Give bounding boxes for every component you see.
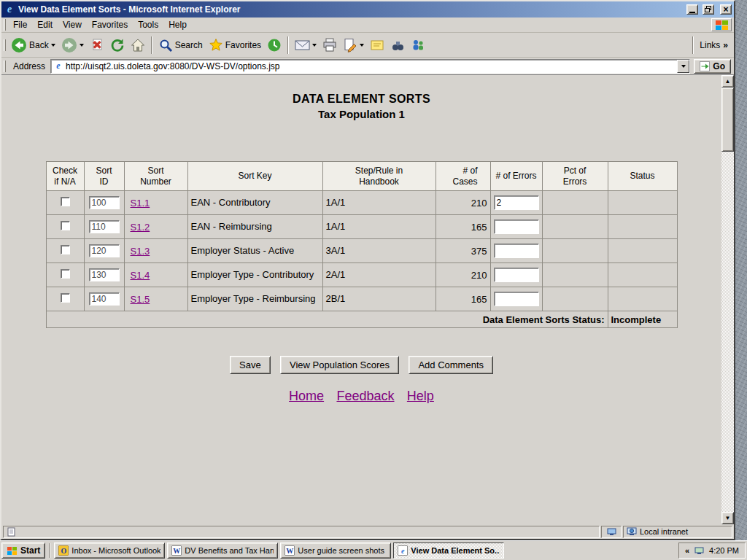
vertical-scrollbar[interactable]: ▲ ▼	[721, 75, 734, 524]
sort-id-input[interactable]	[89, 268, 120, 281]
menu-favorites[interactable]: Favorites	[87, 18, 133, 31]
sort-number-link[interactable]: S1.1	[131, 198, 150, 209]
page-subtitle: Tax Population 1	[1, 108, 721, 120]
discuss-button[interactable]	[367, 34, 387, 56]
menu-edit[interactable]: Edit	[32, 18, 58, 31]
status-cell	[608, 263, 677, 287]
home-link[interactable]: Home	[289, 389, 324, 403]
toolbar-separator	[287, 36, 289, 54]
status-bar: Local intranet	[1, 524, 734, 539]
address-input-wrap: e	[50, 59, 690, 74]
restore-button[interactable]	[703, 4, 714, 15]
close-icon: ×	[723, 6, 728, 13]
restore-icon	[705, 6, 712, 13]
menu-file[interactable]: File	[8, 18, 32, 31]
favorites-button[interactable]: Favorites	[206, 34, 264, 56]
start-button[interactable]: Start	[1, 542, 45, 559]
na-checkbox[interactable]	[61, 293, 70, 303]
step-rule-cell: 1A/1	[322, 191, 436, 215]
mail-button[interactable]	[292, 34, 320, 56]
table-row: S1.2 EAN - Reimbursing 1A/1 165	[46, 215, 677, 239]
pct-errors-cell	[542, 215, 608, 239]
col-header-pct-errors: Pct of Errors	[542, 162, 608, 191]
history-button[interactable]	[264, 34, 285, 56]
footer-links: Home Feedback Help	[1, 389, 721, 404]
search-button[interactable]: Search	[155, 34, 206, 56]
minimize-button[interactable]	[686, 4, 698, 15]
scroll-up-button[interactable]: ▲	[721, 75, 734, 88]
na-checkbox[interactable]	[61, 197, 70, 206]
windows-brand-logo	[711, 18, 732, 31]
back-button[interactable]: Back	[8, 34, 58, 56]
cases-cell: 165	[436, 287, 490, 311]
addressbar-grip[interactable]	[4, 61, 6, 72]
go-button[interactable]: Go	[694, 59, 731, 74]
address-input[interactable]	[66, 61, 677, 71]
na-checkbox[interactable]	[61, 245, 70, 254]
sorts-status-label: Data Element Sorts Status:	[46, 311, 608, 328]
na-checkbox[interactable]	[61, 269, 70, 279]
forward-dropdown-icon	[80, 44, 84, 49]
close-button[interactable]: ×	[720, 4, 732, 15]
task-word-dv-benefits[interactable]: W DV Benefits and Tax Han...	[167, 542, 278, 559]
edit-button[interactable]	[340, 34, 367, 56]
pct-errors-cell	[542, 287, 608, 311]
forward-icon	[61, 37, 77, 53]
search-icon	[158, 38, 173, 52]
menu-help[interactable]: Help	[163, 18, 192, 31]
sort-id-input[interactable]	[89, 196, 120, 209]
sort-id-input[interactable]	[89, 244, 120, 257]
menubar-grip[interactable]	[4, 19, 6, 31]
scrollbar-thumb[interactable]	[721, 88, 734, 152]
address-dropdown-button[interactable]	[677, 60, 689, 73]
feedback-link[interactable]: Feedback	[336, 389, 394, 403]
sort-number-link[interactable]: S1.4	[131, 270, 150, 281]
scroll-down-button[interactable]: ▼	[721, 512, 734, 524]
forward-button[interactable]	[58, 34, 87, 56]
tray-chevron-button[interactable]: «	[685, 546, 689, 555]
taskbar: Start O Inbox - Microsoft Outlook W DV B…	[0, 540, 747, 560]
menu-tools[interactable]: Tools	[133, 18, 163, 31]
menu-view[interactable]: View	[58, 18, 87, 31]
na-checkbox[interactable]	[61, 221, 70, 230]
research-button[interactable]	[387, 34, 408, 56]
save-button[interactable]: Save	[230, 356, 271, 374]
sort-key-cell: EAN - Contributory	[187, 191, 322, 215]
sort-number-link[interactable]: S1.3	[131, 246, 150, 257]
errors-input[interactable]	[494, 195, 539, 210]
help-link[interactable]: Help	[407, 389, 434, 403]
view-population-scores-button[interactable]: View Population Scores	[280, 356, 399, 374]
sort-number-link[interactable]: S1.2	[131, 222, 150, 233]
errors-input[interactable]	[494, 292, 539, 306]
messenger-button[interactable]	[408, 34, 428, 56]
sort-id-input[interactable]	[89, 292, 120, 306]
menu-bar: File Edit View Favorites Tools Help	[1, 18, 734, 33]
task-outlook[interactable]: O Inbox - Microsoft Outlook	[54, 542, 165, 559]
sorts-table: Check if N/A Sort ID Sort Number Sort Ke…	[46, 161, 678, 328]
step-rule-cell: 2B/1	[322, 287, 436, 311]
refresh-button[interactable]	[107, 34, 128, 56]
toolbar-grip[interactable]	[4, 39, 6, 51]
col-header-sort-key: Sort Key	[187, 162, 322, 191]
errors-input[interactable]	[494, 219, 539, 234]
print-button[interactable]	[320, 34, 340, 56]
status-cell	[608, 191, 677, 215]
sort-id-input[interactable]	[89, 220, 120, 233]
research-icon	[390, 38, 405, 52]
home-button[interactable]	[128, 34, 148, 56]
back-icon	[11, 37, 27, 53]
add-comments-button[interactable]: Add Comments	[409, 356, 493, 374]
mail-dropdown-icon	[312, 44, 317, 49]
task-word-user-guide[interactable]: W User guide screen shots ...	[280, 542, 391, 559]
page-favicon: e	[53, 61, 63, 71]
windows-flag-icon	[7, 546, 18, 556]
errors-input[interactable]	[494, 244, 539, 258]
links-bar[interactable]: Links »	[689, 36, 732, 54]
sort-number-link[interactable]: S1.5	[131, 294, 150, 305]
zone-label: Local intranet	[640, 527, 688, 536]
favorites-label: Favorites	[225, 40, 261, 50]
table-row: S1.5 Employer Type - Reimbursing 2B/1 16…	[46, 287, 677, 311]
task-ie-active[interactable]: e View Data Element So...	[393, 542, 504, 559]
stop-button[interactable]	[87, 34, 107, 56]
errors-input[interactable]	[494, 268, 539, 282]
